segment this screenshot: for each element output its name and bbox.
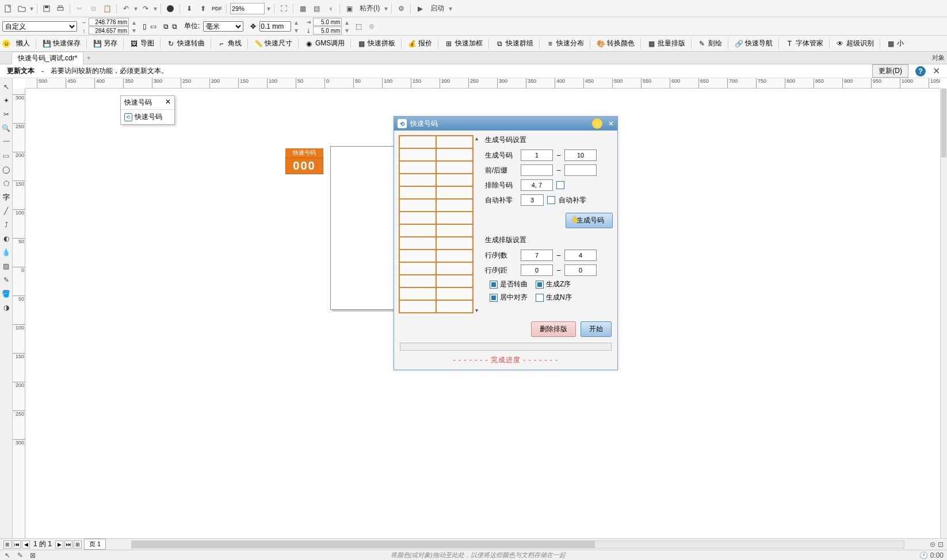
zoom-out-icon[interactable]: ⊝ [930,540,935,549]
undo-icon[interactable]: ↶ [120,3,132,14]
menu-item[interactable]: 📏快速尺寸 [251,37,295,49]
menu-item[interactable]: ▦快速拼板 [354,37,398,49]
import-icon[interactable]: ⬇ [184,3,195,14]
crop-tool-icon[interactable]: ✂ [1,109,12,120]
next-page-icon[interactable]: ▶ [55,540,63,549]
menu-item[interactable]: 💾另存 [90,37,120,49]
suffix-input[interactable] [564,164,597,176]
menu-item[interactable]: ⊞快速加框 [442,37,485,49]
portrait-icon[interactable]: ▯ [143,22,147,30]
add-page-end-icon[interactable]: ⊞ [74,540,82,549]
prefix-input[interactable] [521,164,553,176]
quick-number-docker[interactable]: 快速号码✕ ⟲ 快速号码 [120,95,175,125]
scroll-down-icon[interactable]: ▾ [475,307,478,313]
scroll-up-icon[interactable]: ▴ [475,135,478,141]
pages2-icon[interactable]: ⧉ [172,22,177,30]
add-icon[interactable]: ⊕ [369,22,375,30]
exclude-checkbox[interactable] [556,181,564,189]
fill-tool-icon[interactable]: ▨ [1,261,12,271]
num-start-input[interactable] [521,149,553,161]
copy-icon[interactable]: ⧉ [87,3,99,14]
norder-checkbox[interactable] [536,294,544,302]
menu-item[interactable]: ⧉快速群组 [492,37,536,49]
dupy-input[interactable] [313,26,342,34]
height-input[interactable] [89,26,129,34]
gear-icon[interactable]: ⚙ [395,3,407,14]
freehand-tool-icon[interactable]: 〰 [1,137,12,147]
polygon-tool-icon[interactable]: ⬠ [1,178,12,189]
page-tab[interactable]: 页 1 [84,539,106,550]
last-page-icon[interactable]: ⏭ [64,540,72,549]
zoom-tool-icon[interactable]: 🔍 [1,123,12,133]
center-checkbox[interactable] [490,294,498,302]
color-tool-icon[interactable]: ◑ [1,302,12,313]
text-tool-icon[interactable]: 字 [1,192,12,202]
record-icon[interactable] [165,3,176,14]
save-icon[interactable] [41,3,52,14]
new-icon[interactable] [2,3,14,14]
menu-item[interactable]: ⌐角线 [215,37,244,49]
pick-tool-icon[interactable]: ↖ [1,82,12,92]
exclude-input[interactable] [521,179,553,191]
zoom-input[interactable] [230,3,265,14]
launch-icon[interactable]: ▶ [414,3,426,14]
snap-icon[interactable]: ⫞ [324,3,336,14]
cols-input[interactable] [564,250,597,261]
paste-dropdown[interactable]: 粘齐(I) [357,3,382,13]
ellipse-tool-icon[interactable]: ◯ [1,164,12,175]
menu-item[interactable]: 🎨转换颜色 [594,37,637,49]
grid-icon[interactable]: ▦ [297,3,308,14]
rect-tool-icon[interactable]: ▭ [1,151,12,161]
close-info-icon[interactable]: ✕ [933,66,940,76]
generate-button[interactable]: 👆 生成号码 [566,213,613,228]
document-tab[interactable]: 快速号码_调试.cdr* [12,52,83,64]
grid2-icon[interactable]: ▤ [311,3,322,14]
start-button[interactable]: 开始 [581,321,612,337]
rows-input[interactable] [521,250,553,261]
help-icon[interactable]: ? [915,66,926,76]
dupx-input[interactable] [313,18,342,26]
pad-checkbox[interactable] [547,196,555,204]
pdf-icon[interactable]: PDF [211,3,223,14]
menu-item[interactable]: 👁超级识别 [833,37,876,49]
open-icon[interactable] [16,3,28,14]
unit-select[interactable]: 毫米 [203,21,243,32]
canvas-inner[interactable]: 快速号码✕ ⟲ 快速号码 快速号码 000 ⟲ 快速号码 ☺ ✕ [25,89,940,538]
menu-item[interactable]: T字体管家 [782,37,826,49]
menu-item[interactable]: 🔗快速导航 [732,37,775,49]
menu-item[interactable]: 懒人 [14,37,32,49]
vertical-scrollbar[interactable] [940,89,947,538]
menu-item[interactable]: 💾快速保存 [40,37,83,49]
rowgap-input[interactable] [521,264,553,276]
menu-item[interactable]: ▦批量排版 [644,37,688,49]
pages-icon[interactable]: ⧉ [163,22,169,30]
menu-item[interactable]: 🖼导图 [127,37,156,49]
shape-tool-icon[interactable]: ✦ [1,95,12,106]
colgap-input[interactable] [564,264,597,276]
width-input[interactable] [89,18,129,26]
connector-tool-icon[interactable]: ⤴ [1,220,12,230]
first-page-icon[interactable]: ⏮ [13,540,21,549]
num-end-input[interactable] [564,149,597,161]
fullscreen-icon[interactable]: ⛶ [278,3,289,14]
menu-item[interactable]: 💰报价 [405,37,434,49]
export-icon[interactable]: ⬆ [197,3,209,14]
align-icon[interactable]: ▣ [343,3,355,14]
effect-tool-icon[interactable]: ◐ [1,233,12,244]
outline-tool-icon[interactable]: ✎ [1,275,12,285]
update-button[interactable]: 更新(D) [872,64,908,78]
landscape-icon[interactable]: ▭ [150,22,156,30]
horizontal-scrollbar[interactable] [131,540,904,549]
right-panel-label[interactable]: 对象 [932,53,945,62]
print-icon[interactable] [55,3,66,14]
redo-icon[interactable]: ↷ [140,3,151,14]
prev-page-icon[interactable]: ◀ [22,540,30,549]
menu-item[interactable]: ↻快速转曲 [164,37,207,49]
preset-select[interactable]: 自定义 [2,21,77,32]
dialog-titlebar[interactable]: ⟲ 快速号码 ☺ ✕ [394,117,617,131]
curve-checkbox[interactable] [490,281,498,289]
add-tab-icon[interactable]: + [83,53,94,63]
interactive-tool-icon[interactable]: 🪣 [1,289,12,299]
bleed-icon[interactable]: ⬚ [356,22,362,30]
docker-row[interactable]: ⟲ 快速号码 [121,110,174,124]
